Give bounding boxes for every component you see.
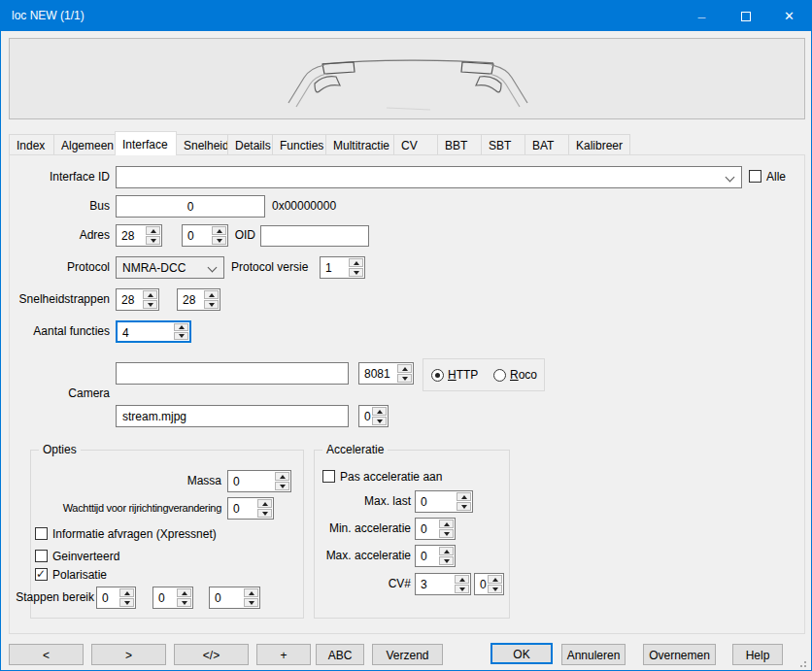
spin-up-button[interactable] bbox=[488, 575, 502, 584]
pas-acceleratie-checkbox-label[interactable]: Pas acceleratie aan bbox=[340, 470, 442, 484]
minimize-button[interactable]: – bbox=[680, 1, 724, 31]
bus-input[interactable] bbox=[116, 195, 265, 218]
pas-acceleratie-checkbox[interactable] bbox=[322, 470, 335, 483]
tab-bat[interactable]: BAT bbox=[524, 134, 569, 155]
prev-button[interactable]: < bbox=[9, 644, 84, 665]
spin-down-button[interactable] bbox=[457, 502, 471, 511]
overnemen-button[interactable]: Overnemen bbox=[643, 644, 716, 665]
radio-roco-label[interactable]: Roco bbox=[510, 368, 537, 382]
xpressnet-checkbox-label[interactable]: Informatie afvragen (Xpressnet) bbox=[52, 527, 217, 541]
massa-spinner[interactable]: 0 bbox=[227, 470, 291, 492]
radio-http-label[interactable]: HTTP bbox=[448, 368, 478, 382]
tab-cv[interactable]: CV bbox=[393, 134, 438, 155]
min-acceleratie-spinner[interactable]: 0 bbox=[415, 518, 456, 540]
spin-up-button[interactable] bbox=[244, 588, 258, 597]
snelheidstrappen-spinner[interactable]: 28 bbox=[116, 288, 159, 311]
spin-down-button[interactable] bbox=[119, 598, 134, 607]
tab-interface[interactable]: Interface bbox=[115, 131, 177, 155]
plus-button[interactable]: + bbox=[256, 644, 311, 665]
help-button[interactable]: Help bbox=[732, 644, 783, 665]
annuleren-button[interactable]: Annuleren bbox=[561, 644, 626, 665]
tab-sbt[interactable]: SBT bbox=[481, 134, 525, 155]
chevron-down-icon[interactable] bbox=[726, 173, 735, 183]
tab-bbt[interactable]: BBT bbox=[437, 134, 482, 155]
stappen-bereik-spinner-1[interactable]: 0 bbox=[96, 587, 136, 609]
camera-port-spinner[interactable]: 8081 bbox=[358, 362, 414, 385]
tab-algemeen[interactable]: Algemeen bbox=[53, 134, 116, 155]
spin-up-button[interactable] bbox=[177, 588, 191, 597]
tab-snelheid[interactable]: Snelheid bbox=[176, 134, 228, 155]
geinverteerd-checkbox[interactable] bbox=[35, 550, 48, 562]
spin-down-button[interactable] bbox=[174, 332, 188, 340]
max-last-spinner[interactable]: 0 bbox=[415, 490, 473, 513]
stappen-bereik-spinner-2[interactable]: 0 bbox=[152, 587, 193, 609]
next-button[interactable]: > bbox=[91, 644, 166, 665]
spin-down-button[interactable] bbox=[143, 300, 157, 309]
geinverteerd-checkbox-label[interactable]: Geinverteerd bbox=[52, 550, 119, 563]
spin-down-button[interactable] bbox=[439, 556, 454, 565]
title-bar[interactable]: loc NEW (1/1) – ✕ bbox=[1, 1, 811, 31]
xpressnet-checkbox[interactable] bbox=[35, 527, 48, 540]
spin-up-button[interactable] bbox=[439, 520, 454, 528]
camera-url-input[interactable] bbox=[116, 362, 349, 385]
chevron-down-icon[interactable] bbox=[208, 263, 218, 273]
cv-spinner[interactable]: 3 bbox=[415, 573, 471, 595]
spin-up-button[interactable] bbox=[143, 290, 157, 299]
adres-spinner[interactable]: 28 bbox=[116, 224, 162, 247]
spin-up-button[interactable] bbox=[439, 547, 454, 555]
max-acceleratie-spinner[interactable]: 0 bbox=[415, 545, 456, 567]
polarisatie-checkbox[interactable]: ✓ bbox=[35, 568, 48, 581]
spin-up-button[interactable] bbox=[275, 472, 289, 481]
spin-down-button[interactable] bbox=[257, 509, 272, 518]
stappen-bereik-spinner-3[interactable]: 0 bbox=[209, 587, 260, 609]
alle-checkbox[interactable] bbox=[749, 170, 761, 183]
camera-index-spinner[interactable]: 0 bbox=[358, 405, 389, 427]
spin-up-button[interactable] bbox=[349, 258, 363, 267]
spin-down-button[interactable] bbox=[372, 417, 387, 425]
spin-down-button[interactable] bbox=[439, 529, 454, 538]
oid-input[interactable] bbox=[260, 225, 369, 247]
spin-up-button[interactable] bbox=[146, 226, 160, 235]
cv-secondary-spinner[interactable]: 0 bbox=[474, 573, 504, 595]
tab-kalibreer[interactable]: Kalibreer bbox=[568, 134, 630, 155]
tab-multitractie[interactable]: Multitractie bbox=[325, 134, 394, 155]
spin-down-button[interactable] bbox=[455, 585, 469, 593]
maximize-button[interactable] bbox=[724, 1, 767, 31]
spin-up-button[interactable] bbox=[174, 323, 188, 331]
spin-down-button[interactable] bbox=[244, 598, 258, 607]
spin-down-button[interactable] bbox=[177, 598, 191, 607]
protocol-versie-spinner[interactable]: 1 bbox=[320, 256, 365, 279]
spin-up-button[interactable] bbox=[257, 499, 272, 508]
spin-down-button[interactable] bbox=[397, 374, 412, 383]
resize-grip[interactable] bbox=[796, 657, 806, 667]
aantal-functies-spinner[interactable]: 4 bbox=[116, 320, 191, 343]
ok-button[interactable]: OK bbox=[491, 643, 553, 664]
spin-down-button[interactable] bbox=[488, 585, 502, 593]
spin-up-button[interactable] bbox=[455, 575, 469, 584]
protocol-combobox[interactable]: NMRA-DCC bbox=[116, 256, 224, 279]
tab-details[interactable]: Details bbox=[227, 134, 273, 155]
alle-checkbox-label[interactable]: Alle bbox=[766, 170, 786, 184]
radio-roco[interactable] bbox=[493, 369, 506, 382]
spin-up-button[interactable] bbox=[397, 364, 412, 373]
close-button[interactable]: ✕ bbox=[767, 1, 811, 31]
spin-up-button[interactable] bbox=[119, 588, 134, 597]
spin-up-button[interactable] bbox=[372, 407, 387, 416]
wachttijd-spinner[interactable]: 0 bbox=[227, 497, 274, 520]
spin-down-button[interactable] bbox=[349, 268, 363, 277]
spin-down-button[interactable] bbox=[146, 236, 160, 245]
snelheidstrappen-secondary-spinner[interactable]: 28 bbox=[177, 288, 220, 311]
code-button[interactable]: </> bbox=[174, 644, 249, 665]
radio-http[interactable] bbox=[431, 369, 444, 382]
spin-down-button[interactable] bbox=[204, 300, 219, 309]
polarisatie-checkbox-label[interactable]: Polarisatie bbox=[52, 568, 107, 582]
camera-stream-input[interactable] bbox=[116, 405, 349, 427]
spin-down-button[interactable] bbox=[275, 482, 289, 490]
abc-button[interactable]: ABC bbox=[316, 644, 364, 665]
spin-up-button[interactable] bbox=[457, 492, 471, 501]
tab-index[interactable]: Index bbox=[9, 134, 54, 155]
interface-id-combobox[interactable] bbox=[116, 166, 742, 188]
tab-functies[interactable]: Functies bbox=[272, 134, 326, 155]
verzend-button[interactable]: Verzend bbox=[372, 644, 443, 665]
spin-up-button[interactable] bbox=[204, 290, 219, 299]
